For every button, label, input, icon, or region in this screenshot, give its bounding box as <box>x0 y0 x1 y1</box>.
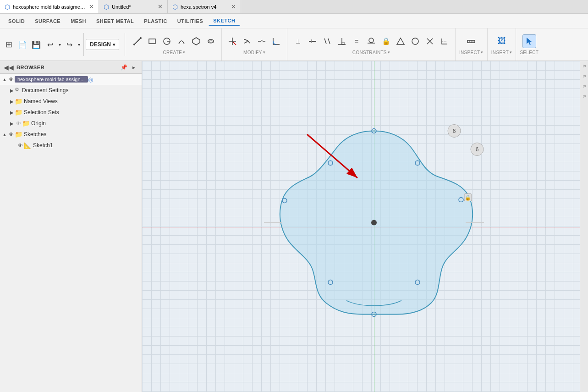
mode-sheet-metal[interactable]: SHEET METAL <box>92 17 138 25</box>
browser-header: ◀◀ BROWSER 📌 ▸ <box>0 61 142 74</box>
inspect-dropdown-arrow[interactable]: ▾ <box>481 50 483 55</box>
right-sidebar-item-3[interactable]: S <box>582 85 587 88</box>
right-sidebar-item-2[interactable]: S <box>582 75 587 77</box>
tab-icon-3: ⬡ <box>172 3 178 11</box>
mode-utilities[interactable]: UTILITIES <box>173 17 208 25</box>
polygon-tool-icon[interactable] <box>189 34 203 48</box>
tree-item-origin[interactable]: ▶ 👁 📁 Origin <box>0 118 142 129</box>
parallel-icon[interactable] <box>320 34 334 48</box>
svg-rect-2 <box>149 39 155 44</box>
svg-marker-20 <box>397 38 404 44</box>
constraints-dropdown-arrow[interactable]: ▾ <box>388 50 390 55</box>
undo-dropdown[interactable]: ▾ <box>57 38 62 51</box>
tree-item-sketch1[interactable]: 👁 📐 Sketch1 <box>0 140 142 151</box>
tree-item-named-views[interactable]: ▶ 📁 Named Views <box>0 96 142 107</box>
selection-sets-arrow[interactable]: ▶ <box>9 110 15 115</box>
modify-icons <box>225 34 283 48</box>
circle-tool-icon[interactable] <box>160 34 174 48</box>
offset-tool-icon[interactable] <box>204 34 218 48</box>
tab-hexa[interactable]: ⬡ hexa spetron v4 ✕ <box>168 0 241 13</box>
mode-sketch[interactable]: SKETCH <box>209 17 240 26</box>
file-icon[interactable]: 📄 <box>16 38 29 51</box>
insert-icons: 🖼 <box>495 34 509 48</box>
modify-label: MODIFY ▾ <box>243 50 265 55</box>
right-sidebar-item-1[interactable]: S <box>582 65 587 67</box>
mode-plastic[interactable]: PLASTIC <box>139 17 172 25</box>
tab-close-1[interactable]: ✕ <box>89 3 94 10</box>
toolbar-group-constraints: ⟂ = <box>287 28 456 61</box>
equal-icon[interactable]: = <box>350 34 363 48</box>
tab-hexosphere[interactable]: ⬡ hexosphere mold fab assigment v3* ✕ <box>0 0 99 13</box>
trim-tool-icon[interactable] <box>225 34 239 48</box>
insert-image-icon[interactable]: 🖼 <box>495 34 509 48</box>
fillet-tool-icon[interactable] <box>269 34 283 48</box>
canvas-area[interactable]: 6 6 🔒 S <box>142 61 588 392</box>
mode-surface[interactable]: SURFACE <box>30 17 65 25</box>
svg-text:6: 6 <box>453 128 456 134</box>
root-pin-icon: ◎ <box>88 76 93 83</box>
cross-icon[interactable] <box>423 34 437 48</box>
arc-tool-icon[interactable] <box>175 34 188 48</box>
sketches-eye-icon[interactable]: 👁 <box>7 131 15 138</box>
tab-close-3[interactable]: ✕ <box>231 3 236 10</box>
right-mini-sidebar: S S S S <box>580 61 588 392</box>
select-constraint-icon[interactable] <box>438 34 451 48</box>
svg-text:6: 6 <box>476 146 479 153</box>
browser-collapse-icon[interactable]: ◀◀ <box>4 64 14 71</box>
rectangle-tool-icon[interactable] <box>145 34 159 48</box>
redo-dropdown[interactable]: ▾ <box>76 38 82 51</box>
browser-pin-btn[interactable]: 📌 <box>120 63 128 72</box>
root-collapse-arrow[interactable]: ▲ <box>2 77 7 82</box>
tab-close-2[interactable]: ✕ <box>158 3 163 10</box>
tab-label-1: hexosphere mold fab assigment v3* <box>13 4 86 10</box>
coincident-icon[interactable]: ⟂ <box>291 34 305 48</box>
app-grid-icon[interactable]: ⊞ <box>2 38 16 51</box>
insert-dropdown-arrow[interactable]: ▾ <box>510 50 512 55</box>
origin-arrow[interactable]: ▶ <box>9 121 15 126</box>
browser-more-btn[interactable]: ▸ <box>130 63 138 72</box>
collinear-icon[interactable] <box>306 34 319 48</box>
triangle-icon[interactable] <box>394 34 407 48</box>
selection-sets-folder-icon: 📁 <box>15 109 22 116</box>
mode-solid[interactable]: SOLID <box>4 17 29 25</box>
create-dropdown-arrow[interactable]: ▾ <box>183 50 185 55</box>
design-dropdown[interactable]: DESIGN ▾ <box>86 39 119 50</box>
select-tool-icon[interactable] <box>522 34 536 48</box>
right-sidebar-item-4[interactable]: S <box>582 95 587 98</box>
perpendicular-icon[interactable] <box>335 34 349 48</box>
origin-label: Origin <box>31 120 140 127</box>
lock-icon[interactable]: 🔒 <box>379 34 393 48</box>
svg-line-8 <box>233 42 236 45</box>
root-eye-icon[interactable]: 👁 <box>7 76 15 83</box>
sketches-folder-icon: 📁 <box>15 131 22 138</box>
doc-settings-gear-icon: ⚙ <box>15 87 22 94</box>
line-tool-icon[interactable] <box>131 34 144 48</box>
circle-constraint-icon[interactable] <box>408 34 422 48</box>
mode-mesh[interactable]: MESH <box>66 17 91 25</box>
break-tool-icon[interactable] <box>255 34 269 48</box>
browser-title: BROWSER <box>16 65 117 70</box>
tab-untitled[interactable]: ⬡ Untitled* ✕ <box>99 0 168 13</box>
modify-dropdown-arrow[interactable]: ▾ <box>263 50 265 55</box>
sketch1-eye-icon[interactable]: 👁 <box>16 142 24 149</box>
measure-icon[interactable] <box>464 34 478 48</box>
tree-item-root[interactable]: ▲ 👁 hexosphere mold fab assign... ◎ <box>0 74 142 85</box>
tangent-icon[interactable] <box>364 34 378 48</box>
tree-item-sketches[interactable]: ▲ 👁 📁 Sketches <box>0 129 142 140</box>
insert-label: INSERT ▾ <box>491 50 512 55</box>
named-views-arrow[interactable]: ▶ <box>9 99 15 104</box>
svg-point-1 <box>140 37 142 39</box>
doc-settings-arrow[interactable]: ▶ <box>9 88 15 93</box>
tab-icon-1: ⬡ <box>5 3 10 11</box>
redo-button[interactable]: ↪ <box>62 38 76 51</box>
svg-line-13 <box>324 39 326 44</box>
tree-item-selection-sets[interactable]: ▶ 📁 Selection Sets <box>0 107 142 118</box>
extend-tool-icon[interactable] <box>240 34 254 48</box>
tree-item-doc-settings[interactable]: ▶ ⚙ Document Settings <box>0 85 142 96</box>
save-icon[interactable]: 💾 <box>29 38 43 51</box>
sketches-arrow[interactable]: ▲ <box>2 132 7 137</box>
toolbar-container: SOLID SURFACE MESH SHEET METAL PLASTIC U… <box>0 14 588 61</box>
sketch1-label: Sketch1 <box>33 142 140 149</box>
undo-button[interactable]: ↩ <box>43 38 57 51</box>
origin-eye-icon[interactable]: 👁 <box>15 120 22 127</box>
